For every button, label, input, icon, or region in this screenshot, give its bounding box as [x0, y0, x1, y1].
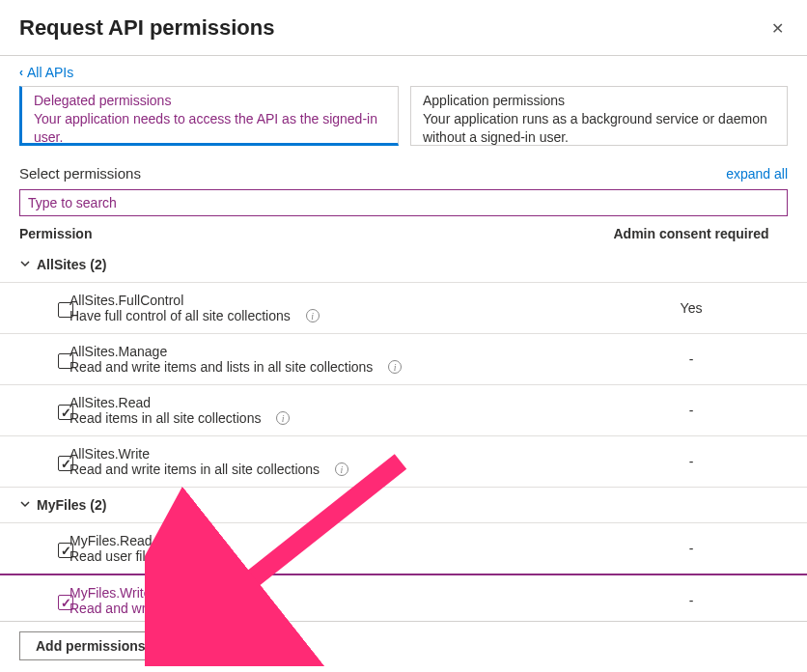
card-title: Application permissions: [423, 93, 775, 108]
chevron-left-icon: ‹: [19, 66, 23, 79]
discard-button[interactable]: Discard: [172, 631, 254, 660]
chevron-down-icon: [19, 257, 33, 272]
permissions-list: AllSites (2)AllSites.FullControlHave ful…: [0, 247, 807, 628]
permission-row: AllSites.ManageRead and write items and …: [0, 334, 807, 385]
permission-desc: Read user files i: [70, 548, 188, 564]
col-permission: Permission: [19, 226, 92, 241]
permission-consent: -: [595, 351, 788, 367]
select-permissions-label: Select permissions: [19, 165, 141, 182]
search-container: [19, 189, 788, 216]
info-icon[interactable]: i: [335, 462, 348, 476]
permission-name: AllSites.FullControl: [70, 293, 320, 308]
back-link[interactable]: ‹ All APIs: [0, 65, 93, 86]
permission-consent: -: [595, 541, 788, 556]
permission-consent: -: [595, 454, 788, 469]
permission-row: AllSites.FullControlHave full control of…: [0, 283, 807, 334]
card-desc: Your application needs to access the API…: [34, 110, 386, 146]
permission-desc: Read and write user files i: [70, 601, 247, 616]
permission-name: AllSites.Manage: [70, 344, 402, 359]
permission-group-header[interactable]: MyFiles (2): [0, 488, 807, 523]
permission-desc: Read and write items and lists in all si…: [70, 359, 402, 375]
col-consent: Admin consent required: [595, 226, 788, 241]
info-icon[interactable]: i: [306, 309, 320, 322]
card-title: Delegated permissions: [34, 93, 386, 108]
group-name: MyFiles (2): [37, 497, 106, 513]
info-icon[interactable]: i: [388, 360, 402, 374]
card-delegated-permissions[interactable]: Delegated permissions Your application n…: [19, 86, 399, 146]
permission-desc: Read items in all site collections i: [70, 410, 290, 426]
permission-name: MyFiles.Write: [70, 585, 247, 601]
permission-name: MyFiles.Read: [70, 533, 188, 548]
page-title: Request API permissions: [19, 15, 274, 41]
search-input[interactable]: [28, 195, 779, 210]
permission-name: AllSites.Write: [70, 446, 348, 462]
back-link-label: All APIs: [27, 65, 73, 80]
close-icon[interactable]: ✕: [767, 15, 788, 42]
permission-row: AllSites.ReadRead items in all site coll…: [0, 385, 807, 436]
permission-row: MyFiles.ReadRead user files i-: [0, 523, 807, 574]
permission-row: MyFiles.WriteRead and write user files i…: [0, 574, 807, 628]
divider: [0, 55, 807, 56]
permission-group-header[interactable]: AllSites (2): [0, 247, 807, 283]
header: Request API permissions ✕: [0, 0, 807, 55]
permission-type-cards: Delegated permissions Your application n…: [0, 86, 807, 146]
permission-consent: -: [595, 593, 788, 608]
card-desc: Your application runs as a background se…: [423, 110, 775, 146]
info-icon[interactable]: i: [276, 411, 290, 425]
group-name: AllSites (2): [37, 257, 106, 272]
card-application-permissions[interactable]: Application permissions Your application…: [410, 86, 788, 146]
permission-row: AllSites.WriteRead and write items in al…: [0, 436, 807, 488]
bottom-bar: Add permissions Discard: [0, 621, 807, 672]
chevron-down-icon: [19, 497, 33, 513]
permission-consent: Yes: [595, 300, 788, 316]
permission-consent: -: [595, 403, 788, 418]
table-header: Permission Admin consent required: [0, 216, 807, 247]
info-icon[interactable]: i: [234, 602, 247, 615]
add-permissions-button[interactable]: Add permissions: [19, 631, 162, 660]
permission-desc: Read and write items in all site collect…: [70, 462, 348, 477]
expand-all-link[interactable]: expand all: [726, 166, 788, 182]
info-icon[interactable]: i: [175, 549, 188, 563]
select-permissions-row: Select permissions expand all: [0, 146, 807, 189]
permission-name: AllSites.Read: [70, 395, 290, 410]
permission-desc: Have full control of all site collection…: [70, 308, 320, 323]
